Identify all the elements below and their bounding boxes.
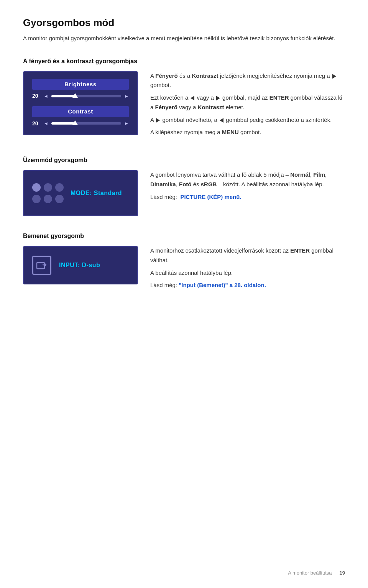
osd-contrast-row: Contrast 20 ◄ ► xyxy=(32,106,129,128)
mode-circle-row-2 xyxy=(32,195,64,203)
bc-text-4: A kilépéshez nyomja meg a MENU gombot. xyxy=(150,128,345,137)
mode-label: MODE: Standard xyxy=(71,189,122,198)
bc-text-1: A Fényerő és a Kontraszt jelzőjének megj… xyxy=(150,71,345,90)
osd-contrast-slider-row: 20 ◄ ► xyxy=(32,120,129,128)
osd-contrast-arrow-right: ► xyxy=(124,120,129,127)
section2-title: Üzemmód gyorsgomb xyxy=(23,156,345,165)
page-title: Gyorsgombos mód xyxy=(23,15,345,30)
mode-circle-3 xyxy=(55,183,64,192)
osd-brightness-thumb xyxy=(72,93,78,98)
mode-text-1: A gombot lenyomva tartva válthat a fő ab… xyxy=(150,170,345,189)
arrow-right-icon-3 xyxy=(156,118,160,123)
osd-contrast-thumb xyxy=(72,120,78,125)
page-number: 19 xyxy=(340,569,345,577)
mode-circle-6 xyxy=(55,195,64,203)
svg-rect-0 xyxy=(37,263,44,269)
osd-brightness-value: 20 xyxy=(32,92,41,100)
section1-title: A fényerő és a kontraszt gyorsgombjas xyxy=(23,57,345,66)
arrow-right-icon-1 xyxy=(332,74,336,79)
footer-text: A monitor beállítása xyxy=(288,569,332,577)
bc-text-3: A gombbal növelhető, a gombbal pedig csö… xyxy=(150,115,345,125)
input-panel: INPUT: D-sub xyxy=(23,246,138,284)
osd-brightness-row: Brightness 20 ◄ ► xyxy=(32,79,129,100)
mode-text-2: Lásd még: PICTURE (KÉP) menü. xyxy=(150,192,345,202)
arrow-left-icon-2 xyxy=(220,118,223,123)
mode-circle-2 xyxy=(44,183,52,192)
mode-circle-row-1 xyxy=(32,183,64,192)
uzemmód-text: A gombot lenyomva tartva válthat a fő ab… xyxy=(150,170,345,205)
osd-contrast-fill xyxy=(51,122,74,125)
osd-brightness-label: Brightness xyxy=(32,79,129,90)
bc-text-2: Ezt követően a vagy a gombbal, majd az E… xyxy=(150,93,345,112)
osd-contrast-track xyxy=(51,122,121,125)
input-icon-box xyxy=(32,256,51,275)
brightness-contrast-text: A Fényerő és a Kontraszt jelzőjének megj… xyxy=(150,71,345,141)
input-text-2: A beállítás azonnal hatályba lép. xyxy=(150,268,345,278)
mode-circles xyxy=(32,183,64,203)
osd-brightness-arrow-left: ◄ xyxy=(44,93,48,100)
input-text-3: Lásd még: "Input (Bemenet)" a 28. oldalo… xyxy=(150,281,345,290)
mode-circle-1 xyxy=(32,183,41,192)
osd-brightness-arrow-right: ► xyxy=(124,93,129,100)
osd-brightness-fill xyxy=(51,95,74,97)
bemenet-text: A monitorhoz csatlakoztatott videojelfor… xyxy=(150,246,345,293)
osd-contrast-value: 20 xyxy=(32,120,41,128)
osd-brightness-contrast-panel: Brightness 20 ◄ ► Contrast 20 ◄ xyxy=(23,71,138,135)
uzemmód-section: MODE: Standard A gombot lenyomva tartva … xyxy=(23,170,345,216)
mode-panel: MODE: Standard xyxy=(23,170,138,216)
bemenet-section: INPUT: D-sub A monitorhoz csatlakoztatot… xyxy=(23,246,345,293)
input-text-1: A monitorhoz csatlakoztatott videojelfor… xyxy=(150,246,345,265)
arrow-left-icon-1 xyxy=(191,96,194,100)
page-footer: A monitor beállítása 19 xyxy=(288,569,345,577)
input-arrow-icon xyxy=(36,260,48,271)
arrow-right-icon-2 xyxy=(216,96,220,100)
mode-circle-4 xyxy=(32,195,41,203)
intro-text: A monitor gombjai gyorsgombokként viselk… xyxy=(23,34,345,43)
osd-contrast-label: Contrast xyxy=(32,106,129,117)
section3-title: Bemenet gyorsgomb xyxy=(23,232,345,241)
mode-link: PICTURE (KÉP) menü. xyxy=(180,194,241,200)
osd-brightness-track xyxy=(51,95,121,97)
mode-circle-5 xyxy=(44,195,52,203)
brightness-contrast-section: Brightness 20 ◄ ► Contrast 20 ◄ xyxy=(23,71,345,141)
osd-brightness-slider-row: 20 ◄ ► xyxy=(32,92,129,100)
input-label: INPUT: D-sub xyxy=(59,261,100,270)
osd-contrast-arrow-left: ◄ xyxy=(44,120,48,127)
input-link: "Input (Bemenet)" a 28. oldalon. xyxy=(179,282,266,288)
